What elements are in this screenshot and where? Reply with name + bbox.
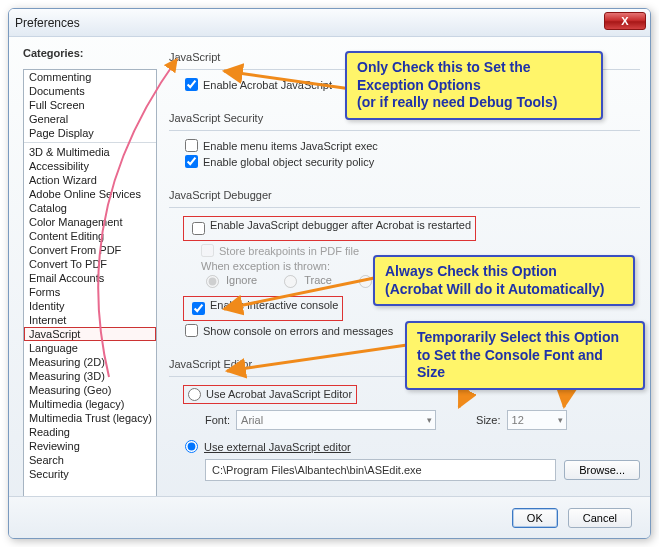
use-acrobat-editor-radio[interactable]: [188, 388, 201, 401]
category-item[interactable]: Page Display: [24, 126, 156, 140]
section-js-debugger: JavaScript Debugger: [169, 189, 640, 201]
callout-1: Only Check this to Set the Exception Opt…: [345, 51, 603, 120]
ok-button[interactable]: OK: [512, 508, 558, 528]
external-editor-path[interactable]: C:\Program Files\Albantech\bin\ASEdit.ex…: [205, 459, 556, 481]
window-title: Preferences: [15, 16, 80, 30]
enable-global-security[interactable]: Enable global object security policy: [185, 155, 640, 168]
cancel-button[interactable]: Cancel: [568, 508, 632, 528]
category-item[interactable]: Convert From PDF: [24, 243, 156, 257]
font-label: Font:: [205, 414, 230, 426]
chevron-down-icon: ▾: [427, 415, 432, 425]
category-item[interactable]: Full Screen: [24, 98, 156, 112]
category-item[interactable]: Security: [24, 467, 156, 481]
use-external-editor-label: Use external JavaScript editor: [204, 441, 351, 453]
category-item[interactable]: Catalog: [24, 201, 156, 215]
category-item[interactable]: 3D & Multimedia: [24, 145, 156, 159]
category-item[interactable]: Convert To PDF: [24, 257, 156, 271]
enable-acrobat-js-checkbox[interactable]: [185, 78, 198, 91]
radio-ignore: [206, 275, 219, 288]
category-item[interactable]: Content Editing: [24, 229, 156, 243]
enable-interactive-console-row[interactable]: Enable interactive console: [183, 296, 343, 321]
callout-3: Temporarily Select this Option to Set th…: [405, 321, 645, 390]
category-item[interactable]: Color Management: [24, 215, 156, 229]
close-button[interactable]: X: [604, 12, 646, 30]
category-item[interactable]: Reading: [24, 425, 156, 439]
category-item[interactable]: Identity: [24, 299, 156, 313]
size-label: Size:: [476, 414, 500, 426]
use-acrobat-editor-row[interactable]: Use Acrobat JavaScript Editor: [183, 385, 357, 404]
radio-trace: [284, 275, 297, 288]
category-item[interactable]: General: [24, 112, 156, 126]
browse-button[interactable]: Browse...: [564, 460, 640, 480]
category-item[interactable]: Measuring (Geo): [24, 383, 156, 397]
category-item[interactable]: Measuring (2D): [24, 355, 156, 369]
use-external-editor-radio[interactable]: [185, 440, 198, 453]
titlebar: Preferences X: [9, 9, 650, 37]
category-item[interactable]: Adobe Online Services: [24, 187, 156, 201]
external-editor-path-row: C:\Program Files\Albantech\bin\ASEdit.ex…: [205, 459, 640, 481]
preferences-window: Preferences X Categories: CommentingDocu…: [8, 8, 651, 539]
category-item[interactable]: Commenting: [24, 70, 156, 84]
store-breakpoints-checkbox: [201, 244, 214, 257]
chevron-down-icon: ▾: [558, 415, 563, 425]
category-item[interactable]: Search: [24, 453, 156, 467]
category-item[interactable]: JavaScript: [24, 327, 156, 341]
enable-global-security-checkbox[interactable]: [185, 155, 198, 168]
category-item[interactable]: Email Accounts: [24, 271, 156, 285]
category-item[interactable]: Internet: [24, 313, 156, 327]
category-item[interactable]: Accessibility: [24, 159, 156, 173]
enable-menu-items[interactable]: Enable menu items JavaScript exec: [185, 139, 640, 152]
font-combo[interactable]: Arial▾: [236, 410, 436, 430]
enable-menu-items-checkbox[interactable]: [185, 139, 198, 152]
radio-break: [359, 275, 372, 288]
category-item[interactable]: Multimedia (legacy): [24, 397, 156, 411]
category-item[interactable]: Forms: [24, 285, 156, 299]
category-item[interactable]: Documents: [24, 84, 156, 98]
font-row: Font: Arial▾ Size: 12▾: [205, 410, 640, 430]
category-item[interactable]: Language: [24, 341, 156, 355]
callout-2: Always Check this Option (Acrobat Will d…: [373, 255, 635, 306]
size-combo[interactable]: 12▾: [507, 410, 567, 430]
category-item[interactable]: Measuring (3D): [24, 369, 156, 383]
categories-list[interactable]: CommentingDocumentsFull ScreenGeneralPag…: [23, 69, 157, 521]
category-item[interactable]: Multimedia Trust (legacy): [24, 411, 156, 425]
enable-debugger-checkbox[interactable]: [192, 222, 205, 235]
dialog-footer: OK Cancel: [9, 496, 650, 538]
category-item[interactable]: Reviewing: [24, 439, 156, 453]
category-item[interactable]: Action Wizard: [24, 173, 156, 187]
show-console-errors-checkbox[interactable]: [185, 324, 198, 337]
enable-interactive-console-checkbox[interactable]: [192, 302, 205, 315]
enable-debugger-row[interactable]: Enable JavaScript debugger after Acrobat…: [183, 216, 476, 241]
